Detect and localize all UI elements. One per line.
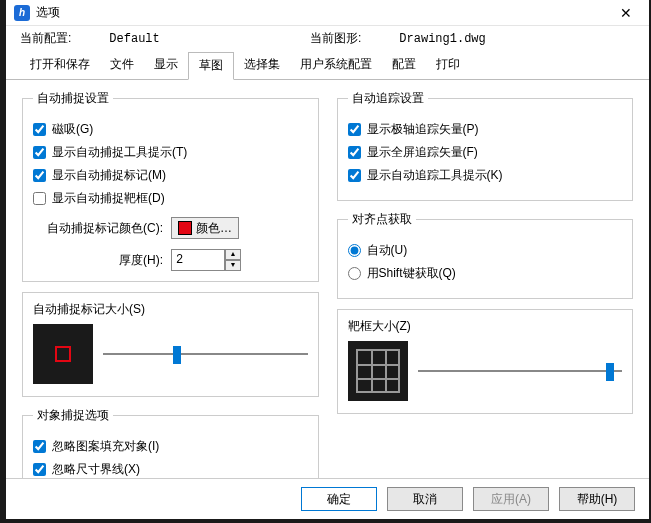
autotrack-legend: 自动追踪设置 xyxy=(348,90,428,107)
marker-color-label: 自动捕捉标记颜色(C): xyxy=(33,220,163,237)
help-button[interactable]: 帮助(H) xyxy=(559,487,635,511)
tab-0[interactable]: 打开和保存 xyxy=(20,52,100,80)
align-auto-label[interactable]: 自动(U) xyxy=(367,242,408,259)
snap-marker-checkbox[interactable] xyxy=(33,169,46,182)
close-icon[interactable]: ✕ xyxy=(611,5,641,21)
osnap-options-legend: 对象捕捉选项 xyxy=(33,407,113,424)
marker-size-slider[interactable] xyxy=(103,344,308,364)
polar-track-label[interactable]: 显示极轴追踪矢量(P) xyxy=(367,121,479,138)
apply-button[interactable]: 应用(A) xyxy=(473,487,549,511)
snap-aperture-checkbox[interactable] xyxy=(33,192,46,205)
tabs: 打开和保存文件显示草图选择集用户系统配置配置打印 xyxy=(6,51,649,80)
info-row: 当前配置: Default 当前图形: Drawing1.dwg xyxy=(6,26,649,49)
tab-1[interactable]: 文件 xyxy=(100,52,144,80)
marker-color-button[interactable]: 颜色… xyxy=(171,217,239,239)
tab-2[interactable]: 显示 xyxy=(144,52,188,80)
current-profile-value: Default xyxy=(109,32,159,46)
align-shift-radio[interactable] xyxy=(348,267,361,280)
window-title: 选项 xyxy=(36,4,611,21)
snap-aperture-label[interactable]: 显示自动捕捉靶框(D) xyxy=(52,190,165,207)
ignore-hatch-checkbox[interactable] xyxy=(33,440,46,453)
dialog-footer: 确定 取消 应用(A) 帮助(H) xyxy=(6,478,649,519)
thickness-down-icon[interactable]: ▼ xyxy=(225,260,241,271)
titlebar: h 选项 ✕ xyxy=(6,0,649,26)
aperture-size-slider[interactable] xyxy=(418,361,623,381)
current-drawing-value: Drawing1.dwg xyxy=(399,32,485,46)
tab-4[interactable]: 选择集 xyxy=(234,52,290,80)
autosnap-group: 自动捕捉设置 磁吸(G) 显示自动捕捉工具提示(T) 显示自动捕捉标记(M) 显… xyxy=(22,90,319,282)
fullscreen-track-label[interactable]: 显示全屏追踪矢量(F) xyxy=(367,144,478,161)
tab-6[interactable]: 配置 xyxy=(382,52,426,80)
alignment-group: 对齐点获取 自动(U) 用Shift键获取(Q) xyxy=(337,211,634,299)
snap-tooltip-label[interactable]: 显示自动捕捉工具提示(T) xyxy=(52,144,187,161)
marker-color-text: 颜色… xyxy=(196,220,232,237)
ok-button[interactable]: 确定 xyxy=(301,487,377,511)
fullscreen-track-checkbox[interactable] xyxy=(348,146,361,159)
aperture-size-preview xyxy=(348,341,408,401)
marker-size-label: 自动捕捉标记大小(S) xyxy=(33,301,308,318)
cancel-button[interactable]: 取消 xyxy=(387,487,463,511)
thickness-up-icon[interactable]: ▲ xyxy=(225,249,241,260)
current-profile-label: 当前配置: xyxy=(20,30,71,47)
thickness-label: 厚度(H): xyxy=(33,252,163,269)
tab-3[interactable]: 草图 xyxy=(188,52,234,80)
marker-size-preview xyxy=(33,324,93,384)
ignore-hatch-label[interactable]: 忽略图案填充对象(I) xyxy=(52,438,159,455)
alignment-legend: 对齐点获取 xyxy=(348,211,416,228)
thickness-input[interactable] xyxy=(171,249,225,271)
magnet-label[interactable]: 磁吸(G) xyxy=(52,121,93,138)
autotrack-group: 自动追踪设置 显示极轴追踪矢量(P) 显示全屏追踪矢量(F) 显示自动追踪工具提… xyxy=(337,90,634,201)
ignore-dimext-checkbox[interactable] xyxy=(33,463,46,476)
current-drawing-label: 当前图形: xyxy=(310,30,361,47)
marker-size-group: 自动捕捉标记大小(S) xyxy=(22,292,319,397)
ignore-dimext-label[interactable]: 忽略尺寸界线(X) xyxy=(52,461,140,478)
snap-tooltip-checkbox[interactable] xyxy=(33,146,46,159)
tab-5[interactable]: 用户系统配置 xyxy=(290,52,382,80)
snap-marker-label[interactable]: 显示自动捕捉标记(M) xyxy=(52,167,166,184)
aperture-size-label: 靶框大小(Z) xyxy=(348,318,623,335)
track-tooltip-checkbox[interactable] xyxy=(348,169,361,182)
autosnap-legend: 自动捕捉设置 xyxy=(33,90,113,107)
align-shift-label[interactable]: 用Shift键获取(Q) xyxy=(367,265,456,282)
app-icon: h xyxy=(14,5,30,21)
track-tooltip-label[interactable]: 显示自动追踪工具提示(K) xyxy=(367,167,503,184)
color-swatch-icon xyxy=(178,221,192,235)
align-auto-radio[interactable] xyxy=(348,244,361,257)
tab-7[interactable]: 打印 xyxy=(426,52,470,80)
magnet-checkbox[interactable] xyxy=(33,123,46,136)
aperture-size-group: 靶框大小(Z) xyxy=(337,309,634,414)
polar-track-checkbox[interactable] xyxy=(348,123,361,136)
